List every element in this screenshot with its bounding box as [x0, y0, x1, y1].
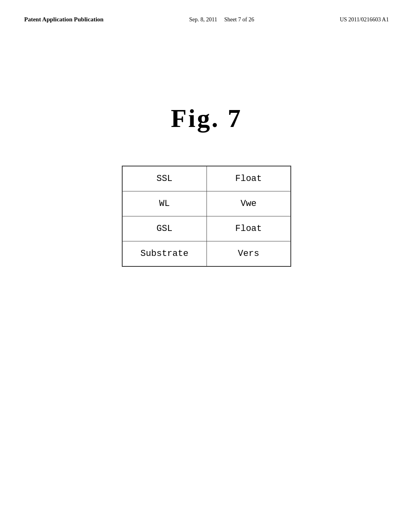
table-cell-left: SSL [122, 166, 206, 191]
table-container: SSLFloatWLVweGSLFloatSubstrateVers [24, 166, 389, 267]
table-cell-left: Substrate [122, 241, 206, 267]
patent-number: US 2011/0216603 A1 [340, 17, 389, 23]
table-row: GSLFloat [122, 216, 291, 241]
data-table: SSLFloatWLVweGSLFloatSubstrateVers [122, 166, 291, 267]
page-container: Patent Application Publication Sep. 8, 2… [0, 0, 413, 532]
table-cell-right: Vwe [206, 191, 291, 216]
page-header: Patent Application Publication Sep. 8, 2… [24, 16, 389, 23]
table-cell-left: GSL [122, 216, 206, 241]
table-row: SSLFloat [122, 166, 291, 191]
table-row: WLVwe [122, 191, 291, 216]
figure-title-block: Fig. 7 [24, 104, 389, 133]
table-row: SubstrateVers [122, 241, 291, 267]
table-cell-left: WL [122, 191, 206, 216]
header-center: Sep. 8, 2011 Sheet 7 of 26 [189, 17, 254, 23]
publication-label: Patent Application Publication [24, 16, 104, 23]
table-cell-right: Float [206, 216, 291, 241]
figure-label: Fig. 7 [171, 104, 242, 133]
table-cell-right: Float [206, 166, 291, 191]
table-cell-right: Vers [206, 241, 291, 267]
sheet-info: Sheet 7 of 26 [224, 17, 254, 23]
publication-date: Sep. 8, 2011 [189, 17, 217, 23]
